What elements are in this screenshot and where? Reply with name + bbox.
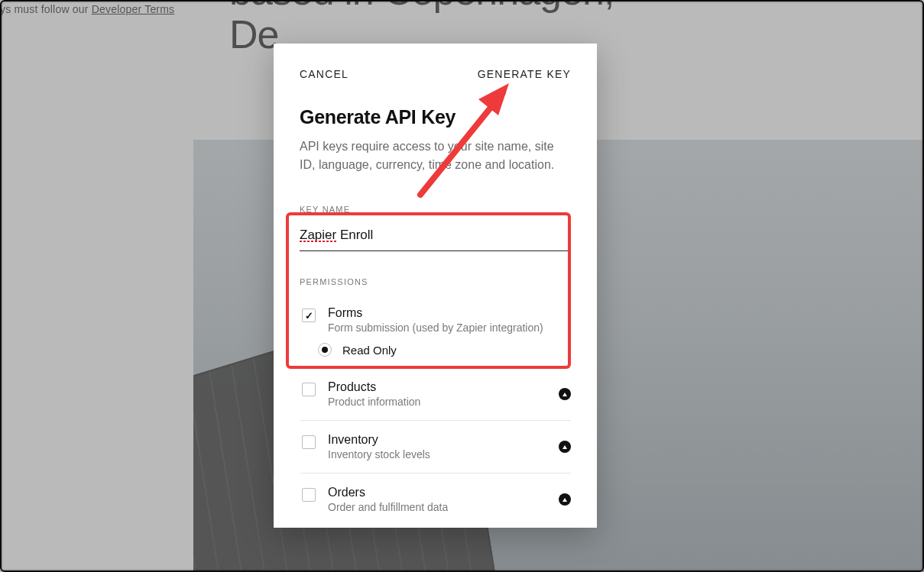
orders-checkbox[interactable] (302, 488, 316, 502)
forms-desc: Form submission (used by Zapier integrat… (328, 322, 571, 334)
permission-row-orders[interactable]: Orders Order and fulfillment data (300, 473, 571, 525)
forms-checkbox[interactable] (302, 309, 316, 322)
forms-read-only-row[interactable]: Read Only (300, 343, 571, 367)
permissions-label: PERMISSIONS (300, 277, 571, 286)
inventory-text: Inventory Inventory stock levels (328, 433, 559, 461)
forms-title: Forms (328, 306, 571, 320)
permissions-list: Forms Form submission (used by Zapier in… (300, 297, 571, 525)
modal-title: Generate API Key (300, 106, 571, 128)
orders-desc: Order and fulfillment data (328, 501, 559, 513)
modal-title-block: Generate API Key API keys require access… (274, 80, 597, 174)
permission-row-inventory[interactable]: Inventory Inventory stock levels (300, 420, 571, 473)
orders-title: Orders (328, 486, 559, 499)
products-desc: Product information (328, 396, 559, 408)
permission-row-products[interactable]: Products Product information (300, 367, 571, 420)
key-name-section: KEY NAME (274, 174, 597, 251)
generate-key-button[interactable]: GENERATE KEY (478, 68, 571, 80)
orders-text: Orders Order and fulfillment data (328, 486, 559, 513)
permissions-section: PERMISSIONS Forms Form submission (used … (274, 251, 597, 525)
cancel-button[interactable]: CANCEL (300, 68, 349, 80)
products-checkbox[interactable] (302, 383, 316, 396)
key-name-label: KEY NAME (300, 205, 571, 214)
products-text: Products Product information (328, 380, 559, 408)
products-info-icon (559, 388, 571, 400)
permission-row-forms[interactable]: Forms Form submission (used by Zapier in… (300, 297, 571, 346)
modal-subtitle: API keys require access to your site nam… (300, 137, 571, 174)
inventory-desc: Inventory stock levels (328, 448, 559, 461)
forms-text: Forms Form submission (used by Zapier in… (328, 306, 571, 334)
key-name-field-wrap (300, 225, 571, 251)
inventory-checkbox[interactable] (302, 435, 316, 449)
modal-header: CANCEL GENERATE KEY (274, 44, 597, 80)
key-name-input[interactable] (300, 225, 571, 251)
orders-info-icon (559, 493, 571, 506)
inventory-title: Inventory (328, 433, 559, 447)
inventory-info-icon (559, 441, 571, 453)
generate-api-key-modal: CANCEL GENERATE KEY Generate API Key API… (274, 44, 597, 528)
products-title: Products (328, 380, 559, 394)
